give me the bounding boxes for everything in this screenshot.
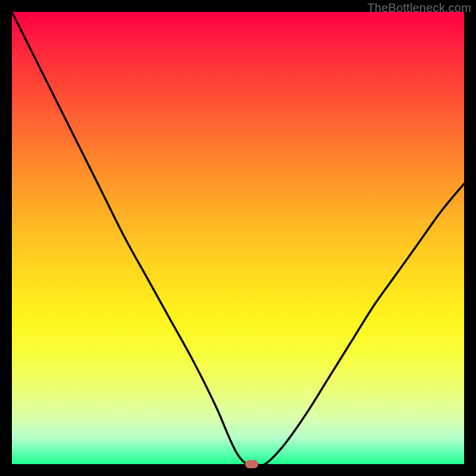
bottleneck-curve (12, 12, 464, 465)
chart-frame: TheBottleneck.com (0, 0, 476, 476)
plot-area (12, 12, 464, 464)
curve-svg (12, 12, 464, 464)
optimum-marker (245, 460, 258, 468)
